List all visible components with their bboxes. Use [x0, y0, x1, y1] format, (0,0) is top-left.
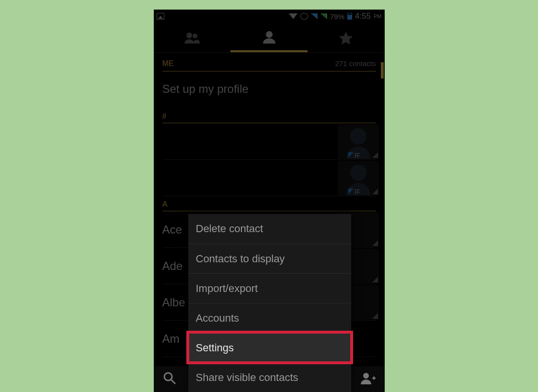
- battery-icon: [347, 13, 352, 20]
- menu-import-export[interactable]: Import/export: [188, 273, 351, 303]
- picture-notification-icon: [157, 13, 164, 20]
- svg-point-3: [164, 373, 172, 381]
- contact-row[interactable]: [162, 160, 376, 196]
- scroll-indicator[interactable]: [381, 62, 384, 78]
- tab-bar: [154, 23, 385, 53]
- section-header-me: ME 271 contacts: [162, 53, 376, 72]
- add-contact-button[interactable]: [360, 371, 376, 387]
- svg-point-0: [186, 33, 192, 38]
- menu-settings[interactable]: Settings: [188, 333, 351, 362]
- groups-icon: [183, 31, 202, 45]
- section-label-me: ME: [162, 59, 174, 68]
- contact-row[interactable]: [162, 123, 376, 160]
- menu-delete-contact[interactable]: Delete contact: [188, 214, 351, 244]
- add-person-icon: [360, 371, 376, 385]
- avatar[interactable]: [338, 161, 379, 195]
- menu-contacts-to-display[interactable]: Contacts to display: [188, 244, 351, 273]
- star-icon: [339, 31, 353, 45]
- setup-profile-label: Set up my profile: [162, 82, 249, 95]
- menu-item-label: Import/export: [196, 282, 258, 295]
- clock-ampm: PM: [374, 13, 382, 19]
- tab-contacts[interactable]: [230, 23, 308, 52]
- clock-time: 4:55: [355, 11, 371, 21]
- menu-item-label: Delete contact: [196, 223, 263, 235]
- svg-point-2: [266, 31, 273, 38]
- menu-share-visible-contacts[interactable]: Share visible contacts: [188, 362, 351, 392]
- section-header-a: A: [162, 196, 376, 212]
- search-button[interactable]: [162, 371, 177, 387]
- search-icon: [162, 371, 177, 385]
- section-header-hash: #: [162, 108, 376, 123]
- menu-accounts[interactable]: Accounts: [188, 303, 351, 333]
- menu-item-label: Share visible contacts: [196, 371, 298, 384]
- contacts-count: 271 contacts: [335, 59, 376, 67]
- signal-icon-1: [311, 13, 318, 19]
- menu-item-label: Accounts: [196, 312, 240, 325]
- menu-item-label: Contacts to display: [196, 253, 285, 265]
- phone-frame: 79% 4:55 PM ME: [154, 10, 385, 392]
- tab-groups[interactable]: [154, 23, 231, 52]
- signal-icon-2: [321, 13, 327, 19]
- setup-profile-row[interactable]: Set up my profile: [162, 72, 376, 108]
- tab-favorites[interactable]: [308, 23, 385, 52]
- android-debug-icon: [300, 13, 308, 20]
- battery-percent: 79%: [330, 12, 344, 21]
- svg-point-1: [193, 34, 197, 38]
- svg-point-5: [363, 373, 369, 379]
- avatar[interactable]: [338, 124, 379, 159]
- wifi-icon: [289, 13, 298, 19]
- person-icon: [261, 30, 277, 44]
- svg-line-4: [171, 380, 175, 384]
- overflow-menu: Delete contact Contacts to display Impor…: [188, 214, 351, 392]
- menu-item-label: Settings: [196, 342, 234, 354]
- status-bar: 79% 4:55 PM: [154, 10, 385, 23]
